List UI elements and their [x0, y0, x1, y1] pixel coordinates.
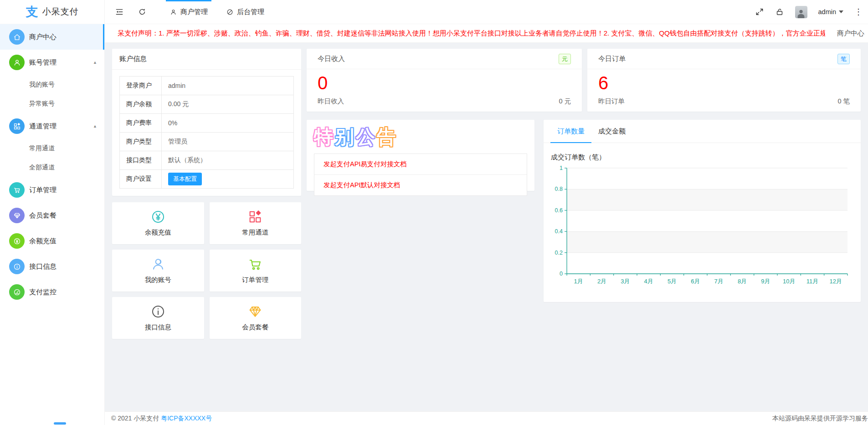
basic-config-button[interactable]: 基本配置: [168, 173, 202, 185]
grid-icon: [9, 118, 25, 134]
yesterday-income-row: 昨日收入 0 元: [307, 97, 582, 112]
shortcut-common-channels[interactable]: 常用通道: [210, 202, 302, 244]
shortcut-label: 订单管理: [242, 276, 268, 284]
tab-label: 后台管理: [237, 8, 264, 16]
stat-title: 今日收入: [318, 55, 345, 63]
svg-text:12月: 12月: [830, 278, 842, 285]
info-icon: [151, 304, 165, 319]
table-row: 商户余额 0.00 元: [120, 95, 294, 114]
account-info-card: 账户信息 登录商户 admin 商户余额 0.00 元: [112, 49, 301, 196]
announcement-char: 特: [314, 124, 334, 150]
shortcut-label: 我的账号: [145, 276, 171, 284]
chevron-up-icon: ▲: [93, 124, 97, 128]
shortcut-label: 余额充值: [145, 228, 171, 237]
orders-chart-card: 订单数量 成交金额 成交订单数（笔） 00.20.40.60.811月2月3月4…: [544, 120, 861, 302]
user-icon: [169, 8, 177, 16]
user-menu[interactable]: admin: [818, 8, 844, 15]
row-label: 接口类型: [120, 151, 162, 170]
refresh-icon[interactable]: [138, 7, 147, 16]
yesterday-orders-row: 昨日订单 0 笔: [587, 97, 861, 112]
sidebar-item-member-package[interactable]: 会员套餐: [0, 203, 104, 228]
announcement-char: 别: [335, 124, 354, 150]
svg-text:6月: 6月: [691, 278, 700, 285]
unlock-icon[interactable]: [775, 7, 784, 16]
app-title: 小呆支付: [42, 6, 79, 18]
announcement-char: 告: [377, 124, 396, 150]
sidebar-item-channel-management[interactable]: 通道管理 ▲: [0, 113, 104, 139]
sidebar-item-my-account[interactable]: 我的账号: [0, 75, 104, 94]
shortcut-balance-recharge[interactable]: 余额充值: [112, 202, 204, 244]
account-info-title: 账户信息: [112, 49, 301, 70]
app-layout: 支 小呆支付 商户中心 账号管理 ▲ 我的账号 异常账号 通道管理: [0, 0, 868, 425]
doc-link-default[interactable]: 发起支付API默认对接文档: [314, 175, 527, 195]
sidebar-item-payment-monitor[interactable]: 支付监控: [0, 279, 104, 305]
table-row: 商户类型 管理员: [120, 133, 294, 151]
logo-icon: 支: [26, 4, 38, 20]
sidebar-item-merchant-center[interactable]: 商户中心: [0, 24, 104, 50]
account-info-table: 登录商户 admin 商户余额 0.00 元 商户费率 0%: [119, 76, 294, 189]
yesterday-value: 0 元: [559, 97, 571, 106]
fullscreen-icon[interactable]: [755, 7, 764, 16]
sidebar-item-all-channels[interactable]: 全部通道: [0, 158, 104, 177]
collapse-sidebar-icon[interactable]: [115, 7, 124, 16]
shortcut-api-info[interactable]: 接口信息: [112, 297, 204, 339]
svg-text:2月: 2月: [597, 278, 606, 285]
svg-text:11月: 11月: [806, 278, 819, 285]
sidebar-item-abnormal-account[interactable]: 异常账号: [0, 94, 104, 113]
icp-link[interactable]: 粤ICP备XXXXX号: [161, 415, 212, 422]
row-value: 0%: [162, 114, 294, 133]
orders-chart-svg: 00.20.40.60.811月2月3月4月5月6月7月8月9月10月11月12…: [550, 164, 854, 291]
row-value: 管理员: [162, 133, 294, 151]
sidebar-item-label: 支付监控: [29, 288, 56, 297]
shortcut-order-management[interactable]: 订单管理: [210, 250, 302, 292]
stat-card-header: 今日订单 笔: [587, 49, 861, 69]
doc-link-yipay[interactable]: 发起支付API易支付对接文档: [314, 154, 527, 175]
row-label: 商户费率: [120, 114, 162, 133]
svg-text:8月: 8月: [738, 278, 747, 285]
diamond-icon: [248, 304, 262, 319]
yesterday-label: 昨日收入: [318, 97, 344, 106]
sidebar-item-common-channels[interactable]: 常用通道: [0, 139, 104, 158]
sidebar-item-account-management[interactable]: 账号管理 ▲: [0, 50, 104, 75]
avatar[interactable]: [795, 6, 807, 18]
chart-title: 成交订单数（笔）: [551, 153, 861, 162]
shortcut-my-account[interactable]: 我的账号: [112, 250, 204, 292]
sidebar-item-order-management[interactable]: 订单管理: [0, 177, 104, 203]
info-icon: [9, 259, 25, 274]
horizontal-scrollbar-thumb[interactable]: [54, 422, 66, 425]
chart-tabs: 订单数量 成交金额: [544, 120, 861, 143]
more-menu-icon[interactable]: ⋮: [854, 8, 863, 16]
sidebar-item-label: 商户中心: [29, 33, 56, 41]
shortcut-label: 接口信息: [145, 323, 171, 332]
tab-transaction-amount[interactable]: 成交金额: [591, 120, 632, 143]
sidebar-item-balance-recharge[interactable]: 余额充值: [0, 228, 104, 254]
row-value: 基本配置: [162, 170, 294, 189]
tab-merchant-management[interactable]: 商户管理: [160, 0, 217, 24]
svg-text:10月: 10月: [783, 278, 795, 285]
username: admin: [818, 8, 837, 15]
tab-backend-management[interactable]: 后台管理: [217, 0, 273, 24]
svg-text:3月: 3月: [621, 278, 630, 285]
table-row: 商户费率 0%: [120, 114, 294, 133]
stats-row: 今日收入 元 0 昨日收入 0 元 今日订单 笔: [307, 49, 861, 112]
yesterday-label: 昨日订单: [598, 97, 625, 106]
today-orders-value: 6: [587, 69, 861, 93]
chevron-down-icon: [839, 10, 843, 13]
announcement-list: 发起支付API易支付对接文档 发起支付API默认对接文档: [314, 154, 527, 196]
tab-order-count[interactable]: 订单数量: [550, 120, 591, 143]
chart-wrap: 00.20.40.60.811月2月3月4月5月6月7月8月9月10月11月12…: [544, 164, 861, 293]
sidebar: 支 小呆支付 商户中心 账号管理 ▲ 我的账号 异常账号 通道管理: [0, 0, 105, 425]
left-column: 账户信息 登录商户 admin 商户余额 0.00 元: [112, 49, 301, 411]
svg-text:0.2: 0.2: [555, 250, 563, 256]
footer-left: © 2021 小呆支付 粤ICP备XXXXX号: [111, 415, 212, 423]
row-label: 商户余额: [120, 95, 162, 114]
sidebar-subitem-label: 我的账号: [29, 81, 55, 89]
table-row: 接口类型 默认（系统）: [120, 151, 294, 170]
svg-text:5月: 5月: [668, 278, 677, 285]
shortcut-member-package[interactable]: 会员套餐: [210, 297, 302, 339]
sidebar-item-api-info[interactable]: 接口信息: [0, 254, 104, 279]
cart-icon: [248, 257, 262, 271]
lower-row: 特 别 公 告 发起支付API易支付对接文档 发起支付API默认对接文档: [307, 120, 861, 302]
announcement-card: 特 别 公 告 发起支付API易支付对接文档 发起支付API默认对接文档: [307, 120, 534, 191]
stat-card-header: 今日收入 元: [307, 49, 582, 69]
